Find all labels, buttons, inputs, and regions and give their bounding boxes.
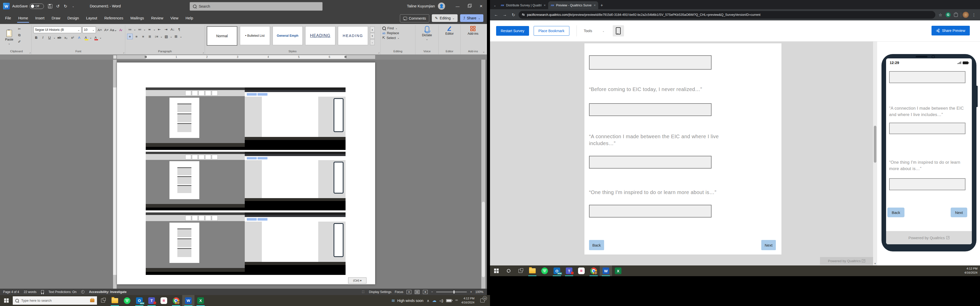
search-highlights-icon[interactable]: [90, 299, 94, 302]
taskbar-teams[interactable]: T: [563, 265, 575, 276]
document-page[interactable]: (Ctrl) ▾: [117, 62, 375, 284]
replace-button[interactable]: abReplace: [382, 31, 399, 35]
indent-marker-left[interactable]: [145, 56, 147, 58]
display-settings[interactable]: Display Settings: [369, 290, 391, 294]
tab-review[interactable]: Review: [151, 15, 164, 21]
reload-button[interactable]: ↻: [510, 11, 517, 18]
paste-button[interactable]: Paste⌄: [3, 25, 15, 50]
battery-icon[interactable]: [446, 299, 452, 302]
powered-by-qualtrics[interactable]: Powered by Qualtrics↗: [820, 257, 873, 265]
paste-options-button[interactable]: (Ctrl) ▾: [348, 277, 366, 284]
style-heading2[interactable]: HEADING: [338, 26, 368, 45]
text-entry-box[interactable]: [589, 55, 711, 70]
close-button[interactable]: ×: [475, 0, 487, 12]
subscript-button[interactable]: x₂: [63, 35, 68, 40]
grammarly-extension-icon[interactable]: G: [945, 12, 951, 17]
scrollbar-thumb[interactable]: [874, 126, 877, 163]
accessibility-status[interactable]: Accessibility: Investigate: [89, 290, 127, 294]
pilcrow-button[interactable]: ¶: [177, 27, 182, 32]
superscript-button[interactable]: x²: [70, 35, 75, 40]
highlight-button[interactable]: A: [83, 35, 89, 40]
wifi-icon[interactable]: [455, 299, 458, 302]
style-normal[interactable]: Normal: [207, 26, 237, 46]
tab-layout[interactable]: Layout: [86, 15, 98, 21]
tab-insert[interactable]: Insert: [35, 15, 45, 21]
share-button[interactable]: ⤴Share⌄: [460, 14, 484, 22]
extensions-icon[interactable]: [952, 11, 959, 18]
taskbar-word[interactable]: W: [182, 295, 194, 306]
autosave-toggle[interactable]: AutoSave Off: [12, 3, 44, 9]
tools-dropdown[interactable]: Tools⌄: [584, 29, 605, 33]
user-avatar[interactable]: 👤: [438, 3, 445, 10]
taskbar-chrome[interactable]: [170, 295, 182, 306]
bookmark-star-icon[interactable]: ☆: [937, 11, 944, 18]
chrome-profile-avatar[interactable]: [963, 12, 969, 18]
zoom-in-button[interactable]: +: [470, 290, 472, 294]
zoom-knob[interactable]: [453, 290, 455, 293]
comments-button[interactable]: Comments: [400, 14, 430, 22]
focus-mode[interactable]: Focus: [395, 290, 404, 294]
back-button[interactable]: Back: [887, 208, 904, 217]
select-button[interactable]: ⇱Select⌄: [382, 36, 399, 40]
preview-scrollbar[interactable]: ▼: [873, 41, 877, 265]
tab-distribute-survey[interactable]: XM Distribute Survey | Qualtrics Ex ×: [498, 1, 548, 9]
zoom-level[interactable]: 100%: [476, 290, 484, 294]
taskbar-slack[interactable]: ⌗: [575, 265, 587, 276]
line-spacing-button[interactable]: ↕≡: [154, 34, 159, 39]
text-entry-box[interactable]: [889, 123, 966, 134]
document-scrollbar[interactable]: [481, 60, 485, 289]
word-count[interactable]: 22 words: [24, 290, 37, 294]
bold-button[interactable]: B: [33, 35, 39, 40]
collapse-ribbon-button[interactable]: ⌄: [483, 50, 485, 53]
tab-search-button[interactable]: ⌄: [492, 2, 498, 9]
text-entry-box[interactable]: [589, 156, 711, 168]
page-indicator[interactable]: Page 4 of 4: [3, 290, 19, 294]
bullet-list-button[interactable]: ≔: [127, 27, 133, 32]
taskbar-file-explorer[interactable]: [526, 265, 538, 276]
zoom-slider[interactable]: [436, 292, 467, 292]
style-bulleted-list[interactable]: • Bulleted List: [240, 26, 270, 45]
text-effects-button[interactable]: A: [76, 35, 82, 40]
site-info-icon[interactable]: [522, 14, 525, 16]
grow-font-button[interactable]: A˄: [97, 27, 103, 33]
text-entry-box[interactable]: [889, 71, 966, 83]
taskbar-weather[interactable]: ≋High winds soon: [391, 298, 423, 303]
multilevel-list-button[interactable]: ≖: [147, 27, 152, 32]
search-button[interactable]: [503, 265, 514, 276]
strikethrough-button[interactable]: ab: [56, 35, 62, 40]
font-size-combo[interactable]: 10⌄: [83, 27, 96, 33]
taskbar-slack[interactable]: ⌗: [158, 295, 170, 306]
justify-button[interactable]: ≣: [147, 34, 153, 39]
find-button[interactable]: Find⌄: [382, 26, 399, 30]
italic-button[interactable]: I: [40, 35, 46, 40]
addins-button[interactable]: Add-ins: [468, 25, 478, 50]
tab-references[interactable]: References: [104, 15, 124, 21]
read-mode-button[interactable]: ▥: [407, 290, 411, 294]
text-entry-box[interactable]: [589, 205, 711, 217]
taskbar-teams[interactable]: T: [145, 295, 158, 306]
proofing-icon[interactable]: [41, 290, 44, 293]
chrome-menu-icon[interactable]: ⋮: [970, 11, 977, 18]
task-view-button[interactable]: [514, 265, 526, 276]
zoom-out-button[interactable]: −: [431, 290, 433, 294]
taskbar-clock[interactable]: 4:12 PM4/16/2024: [964, 267, 977, 274]
change-case-button[interactable]: Aa⌄: [110, 27, 117, 33]
restart-survey-button[interactable]: Restart Survey: [496, 26, 529, 36]
editing-mode-button[interactable]: ✎Editing⌄: [432, 14, 458, 22]
font-color-button[interactable]: A: [93, 35, 99, 40]
place-bookmark-button[interactable]: Place Bookmark: [534, 26, 570, 36]
back-button[interactable]: ←: [493, 11, 500, 18]
copy-button[interactable]: ⧉: [17, 32, 22, 38]
start-button[interactable]: [490, 265, 503, 276]
text-predictions[interactable]: Text Predictions: On: [48, 290, 76, 294]
font-name-combo[interactable]: Segoe UI Historic (B⌄: [33, 27, 81, 33]
vertical-ruler[interactable]: [113, 60, 117, 289]
style-heading1[interactable]: HEADING: [305, 26, 335, 45]
align-left-button[interactable]: ≡: [127, 34, 133, 39]
increase-indent-button[interactable]: ⇥: [163, 27, 169, 32]
tab-mailings[interactable]: Mailings: [130, 15, 145, 21]
taskbar-outlook[interactable]: ONEW: [551, 265, 563, 276]
tab-selector[interactable]: [113, 55, 117, 59]
styles-dialog-launcher[interactable]: ⌟: [378, 51, 380, 54]
mobile-view-toggle[interactable]: [613, 25, 624, 36]
